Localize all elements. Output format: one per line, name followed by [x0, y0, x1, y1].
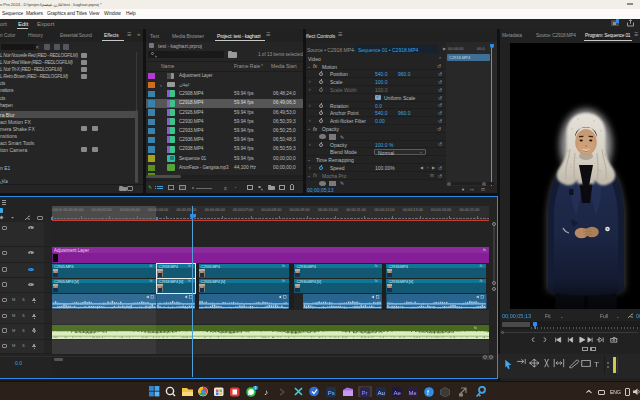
svg-text:Ps: Ps	[328, 390, 335, 396]
svg-text:Pr: Pr	[362, 390, 368, 396]
svg-text:Ae: Ae	[393, 390, 401, 396]
svg-text:1: 1	[254, 386, 256, 390]
svg-text:T: T	[594, 361, 599, 369]
svg-text:♪: ♪	[264, 388, 268, 397]
svg-text:Au: Au	[377, 390, 384, 396]
svg-text:f: f	[427, 389, 429, 396]
svg-text:Me: Me	[409, 390, 417, 396]
